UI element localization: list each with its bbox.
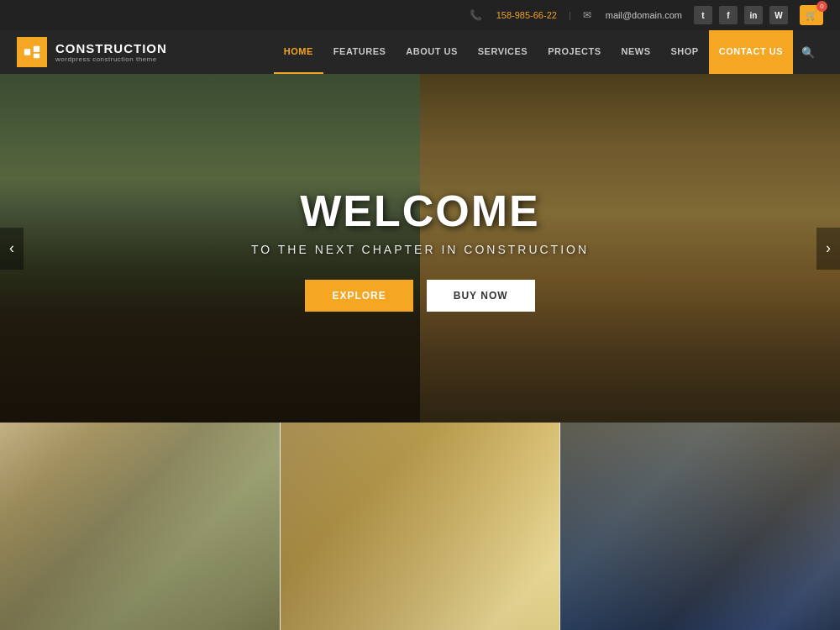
card-planning: ▶ NUMBER ONE PLANNING Lorem ipsum dolor … [0,423,280,630]
svg-rect-2 [34,54,39,59]
hero-content: WELCOME TO THE NEXT CHAPTER IN CONSTRUCT… [251,186,589,312]
nav-shop[interactable]: SHOP [661,30,709,74]
svg-rect-0 [24,49,30,55]
logo-icon [17,37,47,67]
linkedin-icon[interactable]: in [744,6,763,24]
svg-rect-1 [34,46,39,52]
card-3-image: 🖼 [560,423,840,630]
hero-prev-arrow[interactable]: ‹ [0,228,24,270]
email-address: mail@domain.com [606,10,682,20]
buy-now-button[interactable]: BUY NOW [427,280,535,312]
hero-buttons: EXPLORE BUY NOW [251,280,589,312]
header: CONSTRUCTION wordpress construction them… [0,30,840,74]
cards-section: ▶ NUMBER ONE PLANNING Lorem ipsum dolor … [0,423,840,630]
search-icon[interactable]: 🔍 [793,30,823,74]
card-2-image [281,423,560,630]
explore-button[interactable]: EXPLORE [305,280,412,312]
card-crafted: PERFECTLY CRAFTED IN EVERY WAY Lorem ips… [281,423,560,630]
nav-projects[interactable]: PROJECTS [538,30,611,74]
hero-subtitle: TO THE NEXT CHAPTER IN CONSTRUCTION [251,243,589,256]
brand-tagline: wordpress construction theme [55,55,167,63]
twitter-icon[interactable]: t [694,6,712,24]
logo-svg [23,43,41,61]
cart-button[interactable]: 🛒 0 [800,5,823,25]
nav-features[interactable]: FEATURES [323,30,396,74]
facebook-icon[interactable]: f [719,6,738,24]
hero-section: ‹ WELCOME TO THE NEXT CHAPTER IN CONSTRU… [0,74,840,423]
card-details: 🖼 FOCUSING ON DETAILS Lorem ipsum dolor … [560,423,840,630]
wordpress-icon[interactable]: W [769,6,788,24]
cart-badge: 0 [816,1,827,12]
email-icon: ✉ [583,9,591,21]
main-nav: HOME FEATURES ABOUT US SERVICES PROJECTS… [274,30,823,74]
nav-news[interactable]: NEWS [612,30,661,74]
logo[interactable]: CONSTRUCTION wordpress construction them… [17,37,167,67]
nav-about[interactable]: ABOUT US [396,30,467,74]
hero-title: WELCOME [251,186,589,236]
social-icons: t f in W [694,6,788,24]
card-1-image: ▶ [0,423,280,630]
phone-number[interactable]: 158-985-66-22 [496,10,557,20]
logo-text: CONSTRUCTION wordpress construction them… [55,41,167,63]
top-bar: 📞 158-985-66-22 | ✉ mail@domain.com t f … [0,0,840,30]
nav-services[interactable]: SERVICES [468,30,538,74]
nav-contact[interactable]: CONTACT US [709,30,793,74]
nav-home[interactable]: HOME [274,30,323,74]
cart-icon: 🛒 [806,10,817,21]
phone-icon: 📞 [470,9,482,21]
brand-name: CONSTRUCTION [55,41,167,55]
hero-next-arrow[interactable]: › [816,228,840,270]
